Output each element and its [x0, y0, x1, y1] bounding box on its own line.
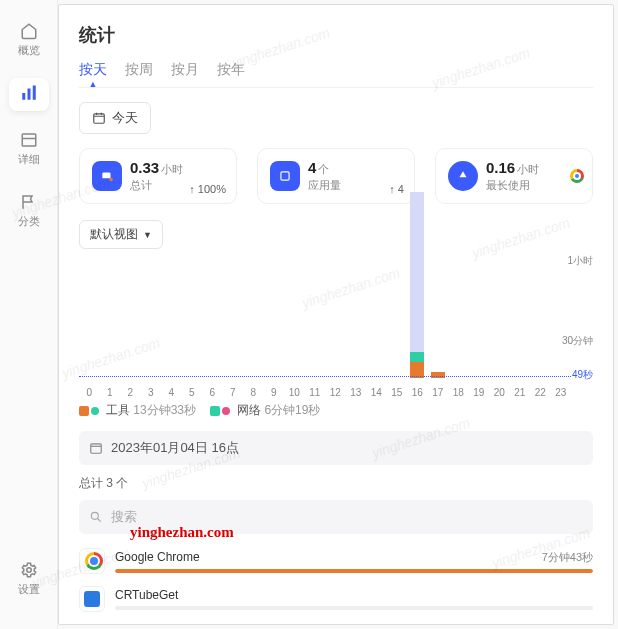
svg-point-4 [26, 568, 31, 573]
calendar-icon [92, 111, 106, 125]
tab-day[interactable]: 按天 [79, 61, 107, 87]
date-box[interactable]: 2023年01月04日 16点 [79, 431, 593, 465]
stat-apps-delta: ↑ 4 [389, 183, 404, 195]
sidebar: 概览 详细 分类 设置 [0, 0, 58, 629]
today-button-label: 今天 [112, 109, 138, 127]
search-icon [89, 510, 103, 524]
stat-cards: 0.33小时 总计 ↑ 100% 4个 应用量 ↑ 4 0.16小时 最长使用 [79, 148, 593, 204]
sidebar-item-stats[interactable] [9, 78, 49, 111]
app-name: Google Chrome [115, 550, 200, 565]
chart-ylabel-top: 1小时 [567, 254, 593, 268]
main-panel: 统计 按天 按周 按月 按年 今天 0.33小时 总计 ↑ 100% 4个 应用… [58, 4, 614, 625]
svg-rect-6 [102, 173, 110, 179]
home-icon [20, 22, 38, 40]
sidebar-item-label: 设置 [18, 582, 40, 597]
tab-week[interactable]: 按周 [125, 61, 153, 87]
total-icon [92, 161, 122, 191]
tab-month[interactable]: 按月 [171, 61, 199, 87]
sidebar-item-overview[interactable]: 概览 [9, 16, 49, 64]
stat-apps-value: 4 [308, 159, 316, 176]
app-name: CRTubeGet [115, 588, 178, 602]
calendar-icon [89, 441, 103, 455]
usage-chart: 1小时 30分钟 49秒 012345678910111213141516171… [79, 255, 593, 398]
chart-legend: 工具13分钟33秒 网络6分钟19秒 [79, 402, 593, 419]
svg-rect-9 [91, 444, 102, 453]
longest-icon [448, 161, 478, 191]
stat-apps-unit: 个 [318, 163, 329, 175]
today-button[interactable]: 今天 [79, 102, 151, 134]
stat-longest-unit: 小时 [517, 163, 539, 175]
page-title: 统计 [79, 23, 593, 47]
app-row[interactable]: Google Chrome7分钟43秒 [79, 548, 593, 574]
table-icon [20, 131, 38, 149]
stat-card-longest: 0.16小时 最长使用 [435, 148, 593, 204]
svg-rect-2 [32, 86, 35, 100]
sidebar-item-settings[interactable]: 设置 [9, 555, 49, 603]
chart-ylabel-line: 49秒 [572, 368, 593, 382]
svg-rect-5 [94, 114, 105, 123]
bars-icon [20, 84, 38, 102]
sidebar-item-label: 概览 [18, 43, 40, 58]
stat-card-apps: 4个 应用量 ↑ 4 [257, 148, 415, 204]
search-placeholder: 搜索 [111, 508, 137, 526]
apps-icon [270, 161, 300, 191]
svg-rect-0 [22, 93, 25, 100]
stat-card-total: 0.33小时 总计 ↑ 100% [79, 148, 237, 204]
search-box[interactable]: 搜索 [79, 500, 593, 534]
sidebar-item-category[interactable]: 分类 [9, 187, 49, 235]
svg-point-10 [91, 512, 98, 519]
app-row[interactable]: CRTubeGet [79, 586, 593, 612]
stat-longest-value: 0.16 [486, 159, 515, 176]
svg-rect-8 [281, 172, 289, 180]
app-icon [79, 548, 105, 574]
sidebar-item-label: 详细 [18, 152, 40, 167]
svg-rect-3 [22, 134, 36, 146]
apps-list: Google Chrome7分钟43秒CRTubeGet [79, 548, 593, 624]
stat-longest-label: 最长使用 [486, 178, 539, 193]
stat-apps-label: 应用量 [308, 178, 341, 193]
total-line: 总计 3 个 [79, 475, 593, 492]
tab-year[interactable]: 按年 [217, 61, 245, 87]
svg-rect-1 [27, 89, 30, 100]
svg-point-7 [109, 178, 113, 182]
sidebar-item-detail[interactable]: 详细 [9, 125, 49, 173]
sidebar-item-label: 分类 [18, 214, 40, 229]
date-box-text: 2023年01月04日 16点 [111, 439, 239, 457]
chrome-icon [570, 169, 584, 183]
stat-total-value: 0.33 [130, 159, 159, 176]
range-tabs: 按天 按周 按月 按年 [79, 61, 593, 88]
app-duration: 7分钟43秒 [542, 550, 593, 565]
app-icon [79, 586, 105, 612]
stat-total-delta: ↑ 100% [189, 183, 226, 195]
stat-total-unit: 小时 [161, 163, 183, 175]
flag-icon [20, 193, 38, 211]
gear-icon [20, 561, 38, 579]
stat-total-label: 总计 [130, 178, 183, 193]
